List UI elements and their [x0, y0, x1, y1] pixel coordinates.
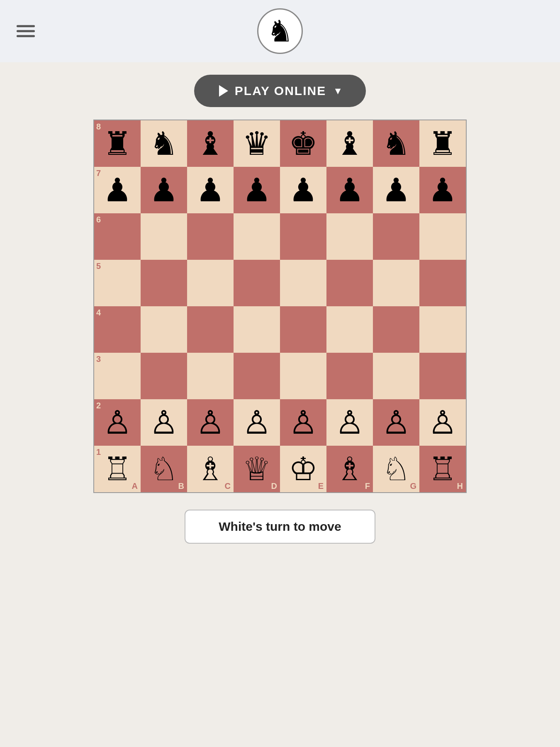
- cell-3D[interactable]: [234, 353, 280, 399]
- cell-6F[interactable]: [326, 213, 373, 260]
- cell-6C[interactable]: [187, 213, 234, 260]
- cell-7H[interactable]: ♟: [419, 167, 466, 213]
- piece-1C: ♗: [196, 453, 225, 485]
- piece-7E: ♟: [289, 174, 318, 206]
- piece-7D: ♟: [242, 174, 271, 206]
- file-label-E: E: [318, 482, 324, 490]
- cell-5D[interactable]: [234, 260, 280, 306]
- cell-2C[interactable]: ♙: [187, 399, 234, 446]
- cell-2E[interactable]: ♙: [280, 399, 326, 446]
- file-label-D: D: [271, 482, 277, 490]
- cell-2B[interactable]: ♙: [141, 399, 187, 446]
- rank-label-8: 8: [96, 122, 101, 131]
- cell-1C[interactable]: C♗: [187, 446, 234, 492]
- cell-7G[interactable]: ♟: [373, 167, 419, 213]
- cell-1E[interactable]: E♔: [280, 446, 326, 492]
- cell-1F[interactable]: F♗: [326, 446, 373, 492]
- cell-8B[interactable]: ♞: [141, 120, 187, 167]
- piece-7B: ♟: [149, 174, 178, 206]
- cell-5F[interactable]: [326, 260, 373, 306]
- cell-8C[interactable]: ♝: [187, 120, 234, 167]
- cell-2G[interactable]: ♙: [373, 399, 419, 446]
- piece-1E: ♔: [289, 453, 318, 485]
- cell-8F[interactable]: ♝: [326, 120, 373, 167]
- cell-8H[interactable]: ♜: [419, 120, 466, 167]
- cell-2A[interactable]: 2♙: [94, 399, 141, 446]
- play-online-label: PLAY ONLINE: [235, 84, 326, 98]
- cell-4H[interactable]: [419, 306, 466, 353]
- cell-3G[interactable]: [373, 353, 419, 399]
- cell-8D[interactable]: ♛: [234, 120, 280, 167]
- piece-2C: ♙: [196, 406, 225, 439]
- cell-7F[interactable]: ♟: [326, 167, 373, 213]
- piece-8A: ♜: [103, 127, 132, 160]
- cell-1D[interactable]: D♕: [234, 446, 280, 492]
- piece-8D: ♛: [242, 127, 271, 160]
- cell-3C[interactable]: [187, 353, 234, 399]
- cell-5C[interactable]: [187, 260, 234, 306]
- cell-6E[interactable]: [280, 213, 326, 260]
- cell-8G[interactable]: ♞: [373, 120, 419, 167]
- cell-4F[interactable]: [326, 306, 373, 353]
- cell-7E[interactable]: ♟: [280, 167, 326, 213]
- cell-6G[interactable]: [373, 213, 419, 260]
- piece-2F: ♙: [335, 406, 364, 439]
- cell-3F[interactable]: [326, 353, 373, 399]
- cell-7B[interactable]: ♟: [141, 167, 187, 213]
- cell-4E[interactable]: [280, 306, 326, 353]
- cell-5A[interactable]: 5: [94, 260, 141, 306]
- piece-8F: ♝: [335, 127, 364, 160]
- menu-button[interactable]: [17, 25, 35, 37]
- piece-2H: ♙: [428, 406, 457, 439]
- cell-4A[interactable]: 4: [94, 306, 141, 353]
- file-label-B: B: [178, 482, 184, 490]
- cell-3H[interactable]: [419, 353, 466, 399]
- cell-3B[interactable]: [141, 353, 187, 399]
- file-label-G: G: [410, 482, 416, 490]
- piece-8G: ♞: [382, 127, 411, 160]
- cell-7D[interactable]: ♟: [234, 167, 280, 213]
- cell-7A[interactable]: 7♟: [94, 167, 141, 213]
- rank-label-4: 4: [96, 308, 101, 317]
- piece-1D: ♕: [242, 453, 271, 485]
- piece-1G: ♘: [382, 453, 411, 485]
- play-online-button[interactable]: PLAY ONLINE ▾: [194, 75, 366, 107]
- cell-5G[interactable]: [373, 260, 419, 306]
- cell-4D[interactable]: [234, 306, 280, 353]
- cell-1A[interactable]: 1A♖: [94, 446, 141, 492]
- cell-4C[interactable]: [187, 306, 234, 353]
- menu-icon-line3: [17, 35, 35, 37]
- cell-2F[interactable]: ♙: [326, 399, 373, 446]
- cell-6B[interactable]: [141, 213, 187, 260]
- file-label-A: A: [132, 482, 138, 490]
- rank-label-3: 3: [96, 355, 101, 363]
- cell-1H[interactable]: H♖: [419, 446, 466, 492]
- piece-8C: ♝: [196, 127, 225, 160]
- cell-1G[interactable]: G♘: [373, 446, 419, 492]
- chess-board: 8♜♞♝♛♚♝♞♜7♟♟♟♟♟♟♟♟65432♙♙♙♙♙♙♙♙1A♖B♘C♗D♕…: [93, 120, 467, 493]
- cell-6D[interactable]: [234, 213, 280, 260]
- piece-7F: ♟: [335, 174, 364, 206]
- cell-7C[interactable]: ♟: [187, 167, 234, 213]
- piece-7G: ♟: [382, 174, 411, 206]
- cell-3A[interactable]: 3: [94, 353, 141, 399]
- cell-2H[interactable]: ♙: [419, 399, 466, 446]
- piece-7C: ♟: [196, 174, 225, 206]
- cell-1B[interactable]: B♘: [141, 446, 187, 492]
- cell-8E[interactable]: ♚: [280, 120, 326, 167]
- cell-5E[interactable]: [280, 260, 326, 306]
- cell-6A[interactable]: 6: [94, 213, 141, 260]
- cell-8A[interactable]: 8♜: [94, 120, 141, 167]
- cell-4B[interactable]: [141, 306, 187, 353]
- cell-5B[interactable]: [141, 260, 187, 306]
- cell-3E[interactable]: [280, 353, 326, 399]
- cell-4G[interactable]: [373, 306, 419, 353]
- cell-2D[interactable]: ♙: [234, 399, 280, 446]
- rank-label-7: 7: [96, 169, 101, 177]
- piece-2D: ♙: [242, 406, 271, 439]
- cell-5H[interactable]: [419, 260, 466, 306]
- header: ♞: [0, 0, 560, 62]
- piece-1H: ♖: [428, 453, 457, 485]
- play-section: PLAY ONLINE ▾: [194, 75, 366, 107]
- cell-6H[interactable]: [419, 213, 466, 260]
